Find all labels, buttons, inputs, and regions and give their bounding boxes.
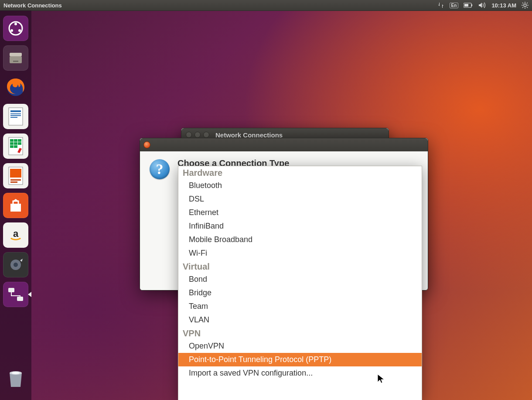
svg-line-10 [527, 3, 528, 3]
svg-text:a: a [13, 228, 19, 239]
launcher-trash-icon[interactable] [3, 366, 28, 390]
svg-point-3 [524, 4, 526, 7]
battery-indicator-icon[interactable] [464, 3, 473, 8]
close-dialog-icon[interactable] [143, 141, 150, 148]
keyboard-layout-indicator[interactable]: En [450, 3, 459, 8]
svg-rect-42 [17, 297, 23, 301]
svg-rect-41 [8, 288, 14, 292]
launcher-writer-icon[interactable] [3, 104, 28, 129]
svg-rect-27 [14, 139, 17, 142]
svg-rect-1 [471, 4, 472, 6]
minimize-window-icon[interactable] [194, 132, 201, 138]
dialog-titlebar[interactable] [140, 138, 428, 151]
window-title: Network Connections [215, 131, 283, 139]
launcher-network-icon[interactable] [3, 282, 28, 307]
svg-rect-35 [10, 169, 21, 178]
clock[interactable]: 10:13 AM [491, 2, 516, 9]
dropdown-option[interactable]: Team [178, 300, 422, 313]
svg-line-9 [527, 7, 528, 8]
launcher-software-icon[interactable] [3, 193, 28, 218]
svg-rect-18 [13, 61, 18, 62]
dropdown-group-header: Hardware [178, 166, 422, 179]
svg-rect-2 [464, 4, 468, 7]
svg-rect-16 [10, 53, 22, 56]
dropdown-option[interactable]: VLAN [178, 313, 422, 327]
dropdown-group-header: Virtual [178, 260, 422, 273]
question-icon: ? [150, 159, 170, 179]
dropdown-option[interactable]: Bridge [178, 286, 422, 300]
dropdown-option[interactable]: Bond [178, 273, 422, 286]
launcher-impress-icon[interactable] [3, 163, 28, 188]
svg-rect-31 [18, 142, 21, 145]
dropdown-option[interactable]: OpenVPN [178, 339, 422, 353]
dropdown-option[interactable]: DSL [178, 192, 422, 206]
svg-rect-24 [10, 117, 17, 118]
svg-point-14 [10, 29, 13, 32]
svg-rect-26 [10, 139, 14, 142]
network-indicator-icon[interactable] [437, 2, 444, 9]
svg-rect-33 [14, 145, 17, 148]
svg-point-13 [14, 23, 17, 25]
active-window-title: Network Connections [3, 2, 62, 9]
top-menu-bar: Network Connections En 10:13 AM [0, 0, 532, 11]
svg-rect-28 [18, 139, 21, 142]
dropdown-option[interactable]: Mobile Broadband [178, 233, 422, 246]
dropdown-option[interactable]: InfiniBand [178, 219, 422, 233]
svg-rect-36 [10, 179, 21, 181]
svg-point-15 [18, 29, 21, 32]
dropdown-option[interactable]: Bluetooth [178, 179, 422, 192]
svg-point-40 [14, 263, 18, 267]
svg-rect-30 [14, 142, 17, 145]
launcher-firefox-icon[interactable] [3, 75, 28, 99]
launcher-calc-icon[interactable] [3, 133, 28, 159]
maximize-window-icon[interactable] [203, 132, 209, 138]
svg-rect-17 [10, 56, 22, 63]
dropdown-option[interactable]: Point-to-Point Tunneling Protocol (PPTP) [178, 353, 422, 366]
mouse-cursor-icon [377, 374, 385, 386]
svg-rect-21 [10, 110, 21, 112]
launcher-amazon-icon[interactable]: a [3, 222, 28, 248]
unity-launcher: a [0, 10, 31, 400]
launcher-files-icon[interactable] [3, 45, 28, 71]
dropdown-group-header: VPN [178, 327, 422, 339]
close-window-icon[interactable] [186, 132, 192, 138]
svg-point-44 [12, 372, 20, 374]
connection-type-dropdown[interactable]: HardwareBluetoothDSLEthernetInfiniBandMo… [178, 166, 422, 400]
svg-rect-37 [10, 181, 17, 183]
svg-rect-29 [10, 142, 14, 145]
dropdown-option[interactable]: Wi-Fi [178, 246, 422, 260]
svg-rect-23 [10, 115, 21, 116]
launcher-dash-icon[interactable] [3, 16, 28, 41]
svg-rect-22 [10, 113, 21, 114]
system-menu-icon[interactable] [522, 2, 529, 9]
volume-indicator-icon[interactable] [478, 2, 486, 8]
svg-line-8 [522, 3, 523, 3]
launcher-settings-icon[interactable] [3, 252, 28, 277]
dropdown-option[interactable]: Import a saved VPN configuration... [178, 366, 422, 380]
svg-rect-32 [10, 145, 14, 148]
svg-line-11 [522, 7, 523, 8]
dropdown-option[interactable]: Ethernet [178, 206, 422, 219]
